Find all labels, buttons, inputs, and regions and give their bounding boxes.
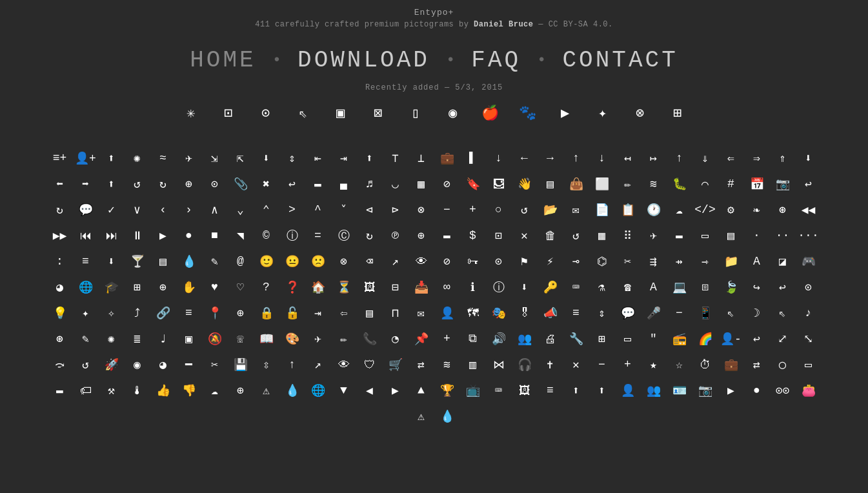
icon-info-outline[interactable]: ℹ xyxy=(460,274,486,300)
icon-drop[interactable]: 💧 xyxy=(176,248,202,274)
icon-bookmarks[interactable]: ⛾ xyxy=(486,171,512,197)
new-icon-cursor[interactable]: ⇖ xyxy=(290,100,316,126)
nav-contact[interactable]: CONTACT xyxy=(550,47,691,74)
icon-cycle3[interactable]: ↺ xyxy=(563,223,589,248)
icon-trash[interactable]: 🗑 xyxy=(538,223,563,248)
icon-arrow-up3[interactable]: ⇑ xyxy=(770,145,796,171)
icon-infinity[interactable]: ∞ xyxy=(434,274,460,300)
icon-rss[interactable]: ◕ xyxy=(150,352,176,377)
icon-feather[interactable]: ❧ xyxy=(744,197,770,223)
icon-flow[interactable]: ⇶ xyxy=(641,248,667,274)
icon-hourglass[interactable]: ⏳ xyxy=(331,274,357,300)
icon-globe[interactable]: 🌐 xyxy=(73,274,99,300)
icon-cog[interactable]: ⚙ xyxy=(718,197,744,223)
icon-camera[interactable]: 📷 xyxy=(770,171,796,197)
new-icon-bug[interactable]: ✳ xyxy=(178,100,204,126)
icon-copy[interactable]: ⧉ xyxy=(460,326,486,352)
icon-minus3[interactable]: − xyxy=(589,352,615,377)
icon-tv[interactable]: 📺 xyxy=(460,377,486,403)
icon-info[interactable]: ⓘ xyxy=(486,274,512,300)
icon-lock[interactable]: 🔒 xyxy=(254,300,279,326)
icon-skip-to-start[interactable]: ⏮ xyxy=(73,223,99,248)
icon-beamed-note[interactable]: ♬ xyxy=(357,171,383,197)
icon-gamepad[interactable]: 🎮 xyxy=(796,248,822,274)
icon-chevron-down[interactable]: ∨ xyxy=(125,197,150,223)
icon-arrow-right3[interactable]: ⇒ xyxy=(744,145,770,171)
icon-cake[interactable]: ⌒ xyxy=(692,171,718,197)
icon-bulb[interactable]: 💡 xyxy=(47,300,73,326)
icon-rocket[interactable]: 🚀 xyxy=(99,352,125,377)
icon-globe2[interactable]: 🌐 xyxy=(305,377,331,403)
icon-align-top[interactable]: ⬆ xyxy=(357,145,383,171)
icon-arrow-up2[interactable]: ↑ xyxy=(667,145,692,171)
icon-circle-cross[interactable]: ⊗ xyxy=(409,197,434,223)
icon-chevron-left[interactable]: ‹ xyxy=(150,197,176,223)
icon-language[interactable]: A xyxy=(641,274,667,300)
icon-suitcase[interactable]: 💼 xyxy=(718,352,744,377)
icon-key[interactable]: 🗝 xyxy=(460,248,486,274)
icon-selector[interactable]: ⊞ xyxy=(589,326,615,352)
icon-heart-outline[interactable]: ♡ xyxy=(228,274,254,300)
icon-aircraft-land[interactable]: ⇲ xyxy=(202,145,228,171)
icon-eye2[interactable]: 👁 xyxy=(331,352,357,377)
icon-shop[interactable]: 🛒 xyxy=(383,352,409,377)
icon-paperclip[interactable]: 📎 xyxy=(228,171,254,197)
icon-arrow-down3[interactable]: ⇓ xyxy=(692,145,718,171)
icon-leaf[interactable]: 🍃 xyxy=(718,274,744,300)
icon-triangle-right[interactable]: ▶ xyxy=(383,377,409,403)
icon-spanner[interactable]: 🔑 xyxy=(538,274,563,300)
new-icon-apple[interactable]: 🍎 xyxy=(478,100,503,126)
icon-help-circled[interactable]: ❓ xyxy=(279,274,305,300)
new-icon-tablet[interactable]: ▯ xyxy=(403,100,429,126)
icon-back[interactable]: ↩ xyxy=(796,171,822,197)
icon-skip-to-end[interactable]: ⏭ xyxy=(99,223,125,248)
icon-flow2[interactable]: ⇸ xyxy=(667,248,692,274)
icon-align-bottom[interactable]: ⬇ xyxy=(254,145,279,171)
icon-creative-commons[interactable]: Ⓒ xyxy=(331,223,357,248)
icon-chevron-right[interactable]: › xyxy=(176,197,202,223)
icon-palette[interactable]: 🎨 xyxy=(279,326,305,352)
icon-user-add[interactable]: 👤+ xyxy=(73,145,99,171)
icon-laptop[interactable]: 💻 xyxy=(667,274,692,300)
icon-star[interactable]: ★ xyxy=(641,352,667,377)
icon-crop2[interactable]: ⊡ xyxy=(486,223,512,248)
icon-music[interactable]: ♪ xyxy=(796,300,822,326)
icon-dot3[interactable]: ··· xyxy=(796,223,822,248)
icon-doc-text[interactable]: ▤ xyxy=(718,223,744,248)
icon-doc[interactable]: ▭ xyxy=(692,223,718,248)
icon-emoji-sad[interactable]: 🙁 xyxy=(305,248,331,274)
icon-edit[interactable]: ✎ xyxy=(202,248,228,274)
icon-menu2[interactable]: ≡ xyxy=(563,300,589,326)
icon-warning[interactable]: ⚠ xyxy=(254,377,279,403)
icon-fast-forward[interactable]: ▶▶ xyxy=(47,223,73,248)
icon-warning2[interactable]: ⚠ xyxy=(409,403,434,429)
icon-block[interactable]: ⊘ xyxy=(434,171,460,197)
icon-landline[interactable]: ☎ xyxy=(615,274,641,300)
icon-home[interactable]: 🏠 xyxy=(305,274,331,300)
icon-database[interactable]: ▦ xyxy=(589,223,615,248)
icon-select-arrows[interactable]: ⇳ xyxy=(254,352,279,377)
icon-swap[interactable]: ⇄ xyxy=(744,352,770,377)
icon-clock[interactable]: 🕐 xyxy=(641,197,667,223)
icon-round-brush[interactable]: ◉ xyxy=(125,352,150,377)
icon-drink[interactable]: 🍸 xyxy=(125,248,150,274)
icon-triangle-up[interactable]: ▲ xyxy=(409,377,434,403)
icon-location-pin[interactable]: 📍 xyxy=(202,300,228,326)
icon-share-alt[interactable]: ⊕ xyxy=(409,223,434,248)
icon-headphones[interactable]: 🎧 xyxy=(512,352,538,377)
icon-push-pin[interactable]: ◥ xyxy=(228,223,254,248)
icon-folder-open[interactable]: 📂 xyxy=(538,197,563,223)
icon-chevron-left2[interactable]: ⌃ xyxy=(254,197,279,223)
icon-mouse-pointer[interactable]: ⇖ xyxy=(770,300,796,326)
icon-arrow-left2[interactable]: ↤ xyxy=(615,145,641,171)
new-icon-circle[interactable]: ⊗ xyxy=(627,100,653,126)
icon-stopwatch[interactable]: ⏱ xyxy=(692,352,718,377)
icon-credit-card[interactable]: ▬ xyxy=(434,223,460,248)
nav-download[interactable]: DOWNLOAD xyxy=(285,47,443,74)
icon-toolbox[interactable]: 🔧 xyxy=(563,326,589,352)
icon-moon[interactable]: ☽ xyxy=(744,300,770,326)
icon-tablet3[interactable]: ▬ xyxy=(47,377,73,403)
icon-resize-100[interactable]: ⤢ xyxy=(770,326,796,352)
icon-calendar[interactable]: 📅 xyxy=(744,171,770,197)
icon-eye-slash[interactable]: ⊘ xyxy=(434,248,460,274)
